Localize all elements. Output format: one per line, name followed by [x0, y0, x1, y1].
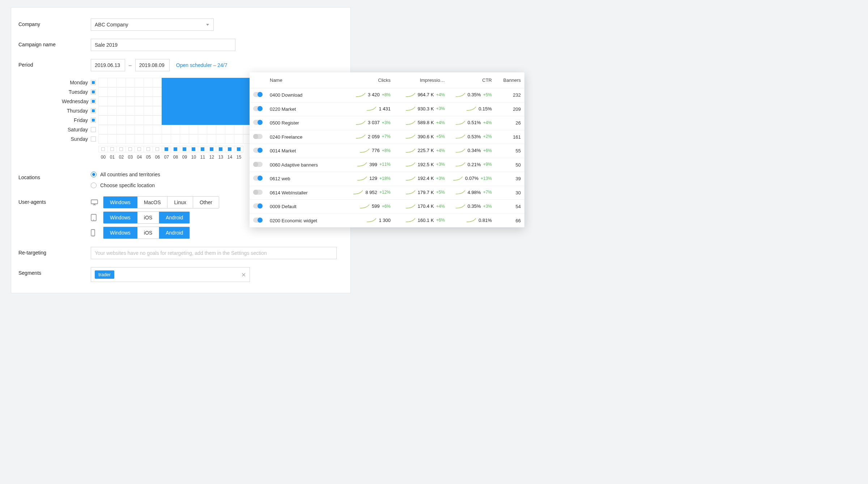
row-toggle[interactable]	[253, 203, 263, 209]
scheduler-cell[interactable]	[135, 134, 144, 144]
scheduler-cell[interactable]	[153, 78, 162, 87]
scheduler-cell[interactable]	[207, 115, 216, 125]
scheduler-cell[interactable]	[144, 97, 153, 106]
scheduler-cell[interactable]	[107, 87, 117, 97]
scheduler-cell[interactable]	[207, 78, 216, 87]
col-ctr[interactable]: CTR	[448, 72, 495, 88]
scheduler-cell[interactable]	[135, 115, 144, 125]
scheduler-cell[interactable]	[234, 106, 243, 115]
scheduler-cell[interactable]	[98, 134, 108, 144]
scheduler-cell[interactable]	[98, 106, 108, 115]
clear-segments-icon[interactable]: ✕	[241, 271, 246, 278]
scheduler-cell[interactable]	[153, 125, 162, 134]
scheduler-cell[interactable]	[207, 125, 216, 134]
row-name[interactable]: 0014 Market	[266, 144, 344, 158]
scheduler-cell[interactable]	[144, 125, 153, 134]
scheduler-cell[interactable]	[225, 97, 234, 106]
scheduler-cell[interactable]	[225, 87, 234, 97]
ua-tablet-android-button[interactable]: Android	[159, 212, 190, 223]
scheduler-cell[interactable]	[98, 97, 108, 106]
scheduler-hour-checkbox[interactable]	[153, 146, 162, 152]
scheduler-cell[interactable]	[180, 97, 189, 106]
scheduler-cell[interactable]	[180, 106, 189, 115]
scheduler-cell[interactable]	[171, 78, 180, 87]
scheduler-hour-checkbox[interactable]	[189, 146, 198, 152]
scheduler-day-checkbox[interactable]	[91, 80, 96, 85]
scheduler-cell[interactable]	[216, 106, 225, 115]
scheduler-cell[interactable]	[135, 97, 144, 106]
scheduler-cell[interactable]	[144, 87, 153, 97]
scheduler-hour-checkbox[interactable]	[216, 146, 225, 152]
scheduler-cell[interactable]	[144, 115, 153, 125]
scheduler-cell[interactable]	[107, 115, 117, 125]
row-name[interactable]: 0500 Register	[266, 116, 344, 130]
ua-desktop-linux-button[interactable]: Linux	[167, 197, 193, 208]
scheduler-day-checkbox[interactable]	[91, 89, 96, 94]
scheduler-cell[interactable]	[189, 115, 198, 125]
scheduler-cell[interactable]	[189, 87, 198, 97]
scheduler-hour-checkbox[interactable]	[162, 146, 171, 152]
period-from-input[interactable]: 2019.06.13	[91, 59, 125, 71]
scheduler-cell[interactable]	[125, 115, 135, 125]
ua-desktop-other-button[interactable]: Other	[193, 197, 219, 208]
scheduler-cell[interactable]	[153, 97, 162, 106]
ua-desktop-windows-button[interactable]: Windows	[103, 197, 137, 208]
scheduler-cell[interactable]	[125, 78, 135, 87]
scheduler-cell[interactable]	[135, 87, 144, 97]
scheduler-cell[interactable]	[116, 134, 126, 144]
scheduler-cell[interactable]	[162, 106, 171, 115]
scheduler-cell[interactable]	[234, 78, 243, 87]
scheduler-cell[interactable]	[153, 87, 162, 97]
scheduler-cell[interactable]	[107, 78, 117, 87]
scheduler-cell[interactable]	[162, 87, 171, 97]
row-name[interactable]: 0240 Freelance	[266, 130, 344, 144]
scheduler-cell[interactable]	[162, 115, 171, 125]
retargeting-input[interactable]: Your websites have no goals for retarget…	[91, 247, 337, 259]
row-toggle[interactable]	[253, 148, 263, 153]
scheduler-cell[interactable]	[234, 87, 243, 97]
scheduler-cell[interactable]	[180, 134, 189, 144]
scheduler-day-checkbox[interactable]	[91, 99, 96, 104]
segments-input[interactable]: trader ✕	[91, 267, 250, 282]
row-toggle[interactable]	[253, 134, 263, 139]
scheduler-cell[interactable]	[162, 134, 171, 144]
row-toggle[interactable]	[253, 190, 263, 195]
scheduler-hour-checkbox[interactable]	[198, 146, 207, 152]
scheduler-cell[interactable]	[198, 134, 207, 144]
scheduler-cell[interactable]	[189, 125, 198, 134]
scheduler-cell[interactable]	[135, 78, 144, 87]
scheduler-hour-checkbox[interactable]	[98, 146, 108, 152]
scheduler-cell[interactable]	[189, 106, 198, 115]
scheduler-cell[interactable]	[144, 106, 153, 115]
scheduler-cell[interactable]	[144, 134, 153, 144]
segment-tag[interactable]: trader	[95, 270, 114, 279]
scheduler-cell[interactable]	[216, 87, 225, 97]
scheduler-day-checkbox[interactable]	[91, 118, 96, 123]
ua-tablet-ios-button[interactable]: iOS	[137, 212, 159, 223]
scheduler-cell[interactable]	[216, 134, 225, 144]
scheduler-cell[interactable]	[153, 106, 162, 115]
scheduler-cell[interactable]	[189, 97, 198, 106]
row-name[interactable]: 0060 Adaptive banners	[266, 158, 344, 172]
scheduler-hour-checkbox[interactable]	[144, 146, 153, 152]
scheduler-cell[interactable]	[98, 125, 108, 134]
scheduler-cell[interactable]	[180, 78, 189, 87]
scheduler-cell[interactable]	[207, 97, 216, 106]
ua-mobile-ios-button[interactable]: iOS	[137, 227, 159, 239]
scheduler-day-checkbox[interactable]	[91, 108, 96, 113]
scheduler-hour-checkbox[interactable]	[234, 146, 243, 152]
period-to-input[interactable]: 2019.08.09	[135, 59, 170, 71]
scheduler-cell[interactable]	[107, 125, 117, 134]
scheduler-cell[interactable]	[225, 78, 234, 87]
scheduler-hour-checkbox[interactable]	[180, 146, 189, 152]
row-toggle[interactable]	[253, 176, 263, 181]
scheduler-hour-checkbox[interactable]	[107, 146, 117, 152]
scheduler-cell[interactable]	[180, 115, 189, 125]
scheduler-cell[interactable]	[171, 106, 180, 115]
scheduler-cell[interactable]	[107, 97, 117, 106]
scheduler-cell[interactable]	[198, 125, 207, 134]
scheduler-cell[interactable]	[189, 134, 198, 144]
row-name[interactable]: 0009 Default	[266, 200, 344, 214]
scheduler-cell[interactable]	[171, 134, 180, 144]
scheduler-cell[interactable]	[116, 125, 126, 134]
